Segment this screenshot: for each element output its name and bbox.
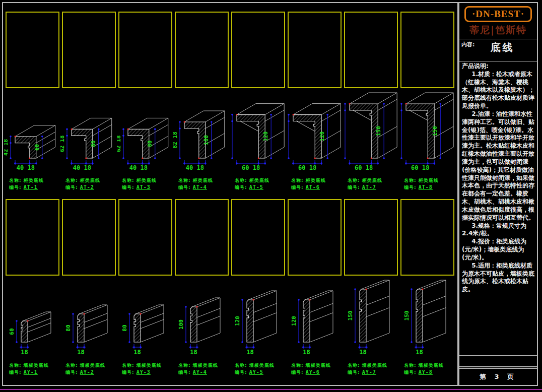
profile-label: 名称: 墙板类底线 编号: AY-5: [230, 362, 286, 376]
sheet-frame: 42 186040 18 名称: 柜类底线 编号: AT-1 62 188040…: [2, 2, 538, 386]
product-notes-section: 产品说明: 1.材质：松木或者原木（红橡木、海棠木、樱桃木、胡桃木以及橡胶木）；…: [459, 61, 537, 356]
cabinet-profile-cell: 102 1812060 18 名称: 柜类底线 编号: AT-5: [230, 92, 286, 191]
profile-code: AY-8: [419, 369, 433, 375]
wall-profile-drawing: 15018: [399, 280, 455, 361]
profile-name: 柜类底线: [362, 178, 382, 183]
svg-text:120: 120: [234, 316, 241, 326]
empty-panel-rect: [288, 199, 342, 276]
svg-text:132 18: 132 18: [399, 121, 400, 141]
name-field-label: 名称:: [178, 178, 191, 183]
profile-name: 柜类底线: [24, 178, 44, 183]
description-paragraph: 5.适用：柜类底线材质为原木不可贴皮，墙板类底线为原木、松木或松木贴皮。: [462, 262, 534, 294]
svg-text:40 18: 40 18: [186, 164, 204, 171]
empty-panel-rect: [175, 12, 229, 88]
code-field-label: 编号:: [178, 370, 191, 375]
svg-text:18: 18: [416, 349, 423, 356]
page-number: 第 3 页: [480, 372, 517, 381]
profile-name: 墙板类底线: [80, 363, 105, 368]
code-field-label: 编号:: [122, 370, 134, 375]
svg-text:18: 18: [77, 349, 84, 356]
content-section: 内容: 底线: [459, 39, 537, 61]
profile-label: 名称: 墙板类底线 编号: AY-1: [4, 362, 60, 376]
profile-name: 柜类底线: [306, 178, 326, 183]
svg-text:18: 18: [246, 349, 253, 356]
wall-profile-drawing: 10018: [173, 280, 230, 361]
profile-name: 墙板类底线: [306, 363, 331, 368]
profile-label: 名称: 柜类底线 编号: AT-7: [343, 177, 399, 191]
empty-title-block-row: [459, 356, 537, 367]
svg-text:82 18: 82 18: [173, 132, 178, 148]
profile-label: 名称: 墙板类底线 编号: AY-2: [60, 362, 117, 376]
empty-panel-rect: [6, 199, 59, 276]
empty-panel-rect: [344, 12, 398, 88]
svg-text:60 18: 60 18: [242, 164, 260, 171]
profile-name: 柜类底线: [249, 178, 269, 183]
wall-profile-drawing: 6018: [4, 280, 60, 361]
code-field-label: 编号:: [65, 185, 78, 190]
profile-name: 柜类底线: [193, 178, 213, 183]
profile-code: AY-4: [193, 369, 207, 375]
empty-panel-rect: [62, 12, 116, 88]
svg-text:100: 100: [203, 135, 210, 145]
profile-label: 名称: 柜类底线 编号: AT-1: [4, 177, 60, 191]
empty-panel-rect: [344, 199, 398, 276]
wall-profile-drawing: 12018: [286, 280, 343, 361]
svg-text:40 18: 40 18: [17, 164, 35, 171]
profile-name: 墙板类底线: [419, 363, 444, 368]
svg-text:42 18: 42 18: [4, 139, 9, 156]
empty-panel-rect: [6, 12, 59, 88]
svg-text:80: 80: [147, 141, 153, 147]
wall-profile-cell: 12018 名称: 墙板类底线 编号: AY-6: [286, 280, 343, 376]
svg-text:132 18: 132 18: [343, 121, 344, 141]
svg-text:150: 150: [347, 311, 354, 321]
name-field-label: 名称:: [235, 178, 247, 183]
profile-code: AT-2: [80, 184, 94, 190]
code-field-label: 编号:: [291, 370, 304, 375]
profile-code: AY-1: [24, 369, 38, 375]
empty-panel-rect: [175, 199, 229, 276]
profile-name: 柜类底线: [80, 178, 100, 183]
profile-code: AY-7: [362, 369, 376, 375]
code-field-label: 编号:: [178, 185, 191, 190]
svg-text:120: 120: [291, 316, 297, 326]
svg-text:120: 120: [319, 132, 325, 142]
profile-name: 墙板类底线: [24, 363, 49, 368]
cabinet-profile-cell: 132 1815060 18 名称: 柜类底线 编号: AT-7: [343, 92, 399, 191]
profile-label: 名称: 墙板类底线 编号: AY-3: [117, 362, 173, 376]
svg-text:80: 80: [65, 324, 72, 331]
svg-text:18: 18: [190, 349, 197, 356]
cad-sheet: 42 186040 18 名称: 柜类底线 编号: AT-1 62 188040…: [0, 0, 542, 392]
content-title: 底线: [491, 41, 515, 53]
page-footer: 第 3 页: [459, 367, 537, 385]
name-field-label: 名称:: [348, 178, 360, 183]
profile-code: AT-8: [419, 184, 433, 190]
profile-code: AT-6: [306, 184, 320, 190]
name-field-label: 名称:: [178, 363, 191, 368]
profile-label: 名称: 柜类底线 编号: AT-8: [399, 177, 455, 191]
name-field-label: 名称:: [348, 363, 360, 368]
name-field-label: 名称:: [9, 178, 22, 183]
profile-code: AY-3: [137, 369, 151, 375]
code-field-label: 编号:: [348, 185, 360, 190]
code-field-label: 编号:: [122, 185, 134, 190]
svg-text:150: 150: [432, 126, 438, 136]
code-field-label: 编号:: [348, 370, 360, 375]
profile-name: 柜类底线: [419, 178, 439, 183]
wall-profile-drawing: 8018: [60, 280, 117, 361]
code-field-label: 编号:: [65, 370, 78, 375]
empty-panel-rect: [400, 12, 454, 88]
cabinet-profile-cell: 42 186040 18 名称: 柜类底线 编号: AT-1: [4, 92, 60, 191]
description-paragraph: 4.报价：柜类底线为(元/米)；墙板类底线为(元/米)。: [462, 238, 534, 262]
profile-code: AT-7: [362, 184, 376, 190]
svg-text:150: 150: [403, 311, 410, 321]
wall-profile-cell: 6018 名称: 墙板类底线 编号: AY-1: [4, 280, 60, 376]
empty-panel-rect: [118, 12, 172, 88]
svg-text:80: 80: [90, 141, 97, 147]
wall-profile-drawing: 12018: [230, 280, 286, 361]
name-field-label: 名称:: [404, 178, 417, 183]
svg-text:62 18: 62 18: [117, 136, 122, 152]
logo-subtitle: 蒂尼|笆斯特: [459, 24, 537, 37]
wall-profile-cell: 8018 名称: 墙板类底线 编号: AY-3: [117, 280, 173, 376]
empty-panel-rect: [118, 199, 172, 276]
brand-section: ·DN-BEST· 蒂尼|笆斯特: [459, 3, 537, 39]
